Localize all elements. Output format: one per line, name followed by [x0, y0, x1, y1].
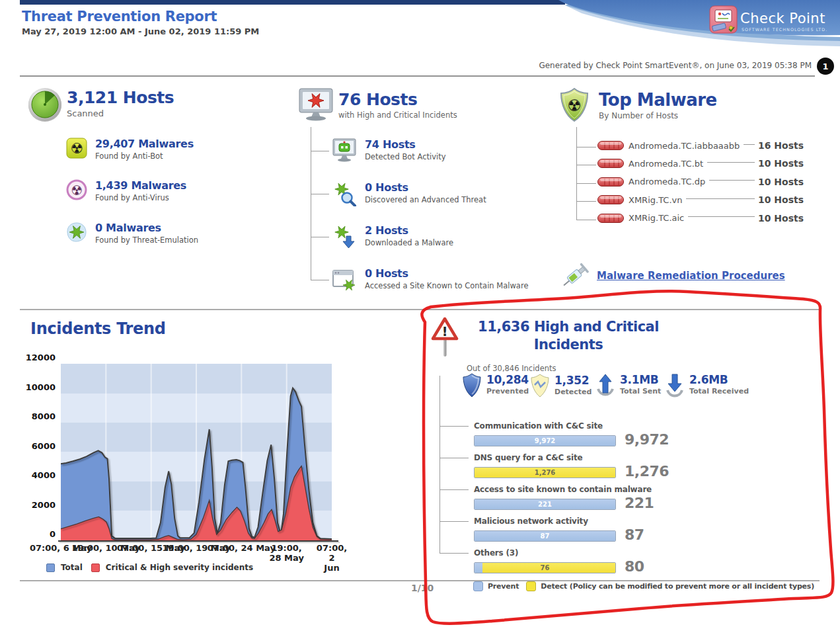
incident-row-value: 1,276: [625, 463, 669, 480]
tree-line: [311, 127, 311, 280]
incident-hosts-value: 76 Hosts: [338, 90, 510, 109]
brand-name: Check Point: [740, 11, 825, 26]
incident-hosts-stat: 76 Hosts with High and Critical Incident…: [338, 90, 510, 120]
total-received-value: 2.6MB: [689, 373, 749, 386]
malware-row: XMRig.TC.vn10 Hosts: [597, 194, 804, 205]
warning-sign-icon: !: [431, 317, 459, 359]
tree-branch: [311, 237, 329, 237]
prevented-stat: 10,284 Prevented: [462, 373, 529, 398]
section-divider: [20, 309, 820, 310]
malware-host-count: 10 Hosts: [758, 177, 804, 187]
incident-row-value: 80: [625, 558, 644, 575]
incident-bar: 87: [474, 530, 616, 542]
incident-row-label: Communication with C&C site: [474, 421, 692, 431]
checkpoint-logo-icon: [710, 6, 737, 33]
malware-pill-icon: [597, 159, 624, 168]
malware-pill-icon: [597, 141, 624, 150]
virus-blue-icon: [66, 222, 87, 243]
malware-row: XMRig.TC.aic10 Hosts: [597, 213, 804, 224]
x-tick-label: 19:00, 28 May: [264, 543, 309, 563]
page-badge: 1: [817, 58, 834, 75]
incident-row-label: Access to site known to contain malware: [474, 485, 692, 494]
tree-branch: [311, 194, 329, 194]
bot-activity-stat: 74 Hosts Detected Bot Activity: [332, 138, 445, 162]
panel-title-line2: Incidents: [459, 336, 677, 354]
bot-monitor-icon: [332, 138, 357, 162]
leader-line: [707, 162, 755, 163]
tree-branch: [576, 220, 596, 220]
header-divider: [20, 75, 815, 77]
incident-row-label: Others (3): [474, 548, 692, 558]
threat-emulation-label: Found by Threat-Emulation: [95, 235, 198, 245]
generated-by-line: Generated by Check Point SmartEvent®, on…: [370, 61, 812, 70]
y-tick-label: 10000: [13, 382, 56, 392]
prevent-legend-label: Prevent: [488, 582, 519, 591]
malware-name: Andromeda.TC.dp: [629, 177, 705, 187]
biohazard-yellow-icon: ☢: [66, 138, 87, 159]
trend-chart: [61, 364, 332, 540]
prevent-detect-legend: Prevent Detect (Policy can be modified t…: [473, 581, 814, 591]
biohazard-pink-icon: ☢: [66, 179, 87, 200]
threat-emulation-value: 0 Malwares: [95, 222, 198, 234]
malware-remediation-link[interactable]: Malware Remediation Procedures: [597, 270, 785, 282]
malware-host-count: 16 Hosts: [758, 140, 804, 151]
svg-text:!: !: [442, 324, 448, 339]
downloaded-malware-label: Downloaded a Malware: [365, 238, 453, 247]
svg-text:☢: ☢: [567, 97, 582, 115]
x-tick-label: 07:00, 2 Jun: [317, 543, 347, 573]
brand-subtitle: SOFTWARE TECHNOLOGIES LTD.: [742, 27, 827, 32]
incident-bar: 76: [474, 562, 616, 573]
incident-bar-text: 9,972: [475, 437, 615, 444]
detect-legend-swatch: [526, 581, 536, 591]
incident-row: Access to site known to contain malware …: [474, 485, 692, 511]
y-tick-label: 4000: [13, 470, 56, 480]
malware-name: XMRig.TC.vn: [629, 195, 682, 205]
anti-bot-value: 29,407 Malwares: [95, 138, 194, 150]
tree-branch: [439, 426, 469, 427]
malware-pill-icon: [597, 214, 624, 223]
incident-row-value: 221: [625, 495, 654, 511]
total-received-stat: 2.6MB Total Received: [665, 373, 749, 399]
scanned-hosts-stat: 3,121 Hosts Scanned: [67, 88, 174, 118]
total-legend-swatch: [46, 564, 55, 572]
tree-line: [576, 127, 577, 220]
prevented-value: 10,284: [486, 373, 529, 386]
malware-host-count: 10 Hosts: [758, 158, 804, 169]
shield-radiation-icon: ☢: [559, 87, 590, 123]
y-tick-label: 8000: [13, 411, 56, 421]
chart-title: Incidents Trend: [30, 319, 166, 338]
incident-row: DNS query for a C&C site 1,276 1,276: [474, 453, 692, 480]
tree-branch: [576, 201, 596, 202]
total-sent-stat: 3.1MB Total Sent: [595, 373, 661, 399]
top-malware-header: Top Malware By Number of Hosts: [599, 90, 717, 120]
top-malware-title: Top Malware: [599, 90, 717, 110]
incident-row-label: DNS query for a C&C site: [474, 453, 692, 462]
page-title: Threat Prevention Report: [22, 9, 217, 24]
anti-virus-value: 1,439 Malwares: [95, 179, 186, 192]
radar-icon: [28, 87, 62, 122]
critical-legend-label: Critical & High severity incidents: [106, 563, 253, 572]
critical-legend-swatch: [91, 564, 100, 572]
incident-bar-text: 87: [475, 532, 615, 540]
total-received-label: Total Received: [689, 387, 749, 396]
detected-stat: 1,352 Detected: [530, 374, 592, 397]
threat-emulation-stat: 0 Malwares Found by Threat-Emulation: [66, 222, 198, 245]
malware-download-icon: [332, 224, 357, 249]
infected-monitor-icon: [297, 87, 334, 122]
tree-line: [439, 376, 440, 553]
syringe-icon: [558, 259, 589, 290]
trend-plot-area: [61, 364, 332, 540]
y-tick-label: 12000: [13, 353, 56, 362]
downloaded-malware-stat: 2 Hosts Downloaded a Malware: [332, 224, 453, 249]
detected-label: Detected: [554, 388, 592, 396]
detect-legend-label: Detect (Policy can be modified to preven…: [541, 582, 814, 591]
y-tick-label: 2000: [13, 500, 56, 510]
leader-line: [688, 216, 755, 217]
bot-activity-value: 74 Hosts: [365, 138, 445, 151]
incident-row-value: 87: [625, 526, 644, 543]
download-icon: [665, 373, 685, 399]
tree-branch: [439, 489, 469, 490]
tree-branch: [439, 458, 469, 458]
malware-row: Andromeda.TC.bt10 Hosts: [597, 158, 804, 169]
tree-branch: [439, 553, 469, 554]
